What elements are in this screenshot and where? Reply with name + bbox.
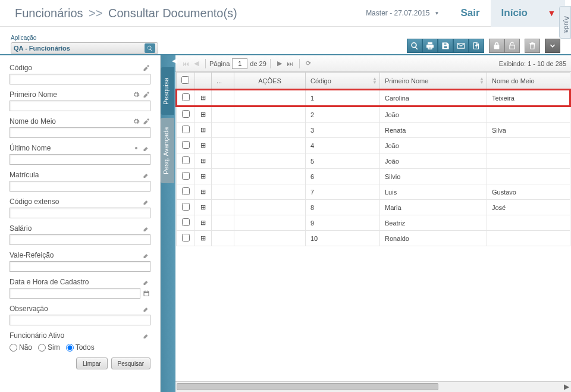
toolbar-email-button[interactable] (453, 39, 469, 53)
radio-nao[interactable]: Não (10, 343, 32, 352)
radio-sim[interactable]: Sim (38, 343, 60, 352)
expand-row-icon[interactable]: ⊞ (195, 215, 212, 231)
expand-row-icon[interactable]: ⊞ (195, 123, 212, 138)
select-all-checkbox[interactable] (181, 76, 189, 84)
codigo-input[interactable] (10, 74, 150, 84)
nome-meio-input[interactable] (10, 127, 150, 138)
row-checkbox[interactable] (182, 156, 190, 164)
row-checkbox[interactable] (182, 93, 190, 101)
pager-refresh-icon[interactable]: ⟳ (304, 59, 313, 68)
row-more (212, 153, 234, 169)
row-checkbox[interactable] (182, 234, 190, 242)
table-row[interactable]: ⊞2João (177, 106, 570, 123)
toolbar-collapse-button[interactable] (545, 39, 560, 53)
toolbar-search-button[interactable] (407, 39, 422, 53)
toolbar-print-button[interactable] (422, 39, 438, 53)
horizontal-scrollbar[interactable]: ◀ ▶ (175, 381, 571, 392)
table-row[interactable]: ⊞6Silvio (177, 169, 570, 184)
clear-icon[interactable] (142, 144, 150, 152)
tab-pesquisa-avancada[interactable]: Pesq. Avançada (161, 118, 174, 183)
toolbar-save-button[interactable] (438, 39, 453, 53)
sort-icon[interactable]: ▲▼ (372, 77, 377, 84)
clear-icon[interactable] (142, 197, 150, 206)
gear-icon[interactable] (132, 90, 140, 99)
help-tab[interactable]: Ajuda (559, 6, 571, 39)
data-cadastro-input[interactable] (10, 288, 140, 299)
radio-todos[interactable]: Todos (66, 343, 95, 352)
clear-icon[interactable] (142, 117, 150, 126)
expand-row-icon[interactable]: ⊞ (195, 138, 212, 153)
column-acoes[interactable]: AÇÕES (234, 73, 306, 90)
table-row[interactable]: ⊞10Ronaldo (177, 231, 570, 246)
column-nome-meio[interactable]: Nome do Meio (487, 73, 570, 90)
app-search-icon[interactable] (145, 43, 155, 53)
row-checkbox[interactable] (182, 110, 190, 118)
collapse-sidebar-icon[interactable]: ◀ (172, 57, 179, 65)
row-checkbox[interactable] (182, 203, 190, 211)
expand-row-icon[interactable]: ⊞ (195, 231, 212, 246)
expand-row-icon[interactable]: ⊞ (195, 200, 212, 215)
row-checkbox[interactable] (182, 126, 190, 133)
primeiro-nome-input[interactable] (10, 101, 150, 111)
cell-primeiro-nome: Renata (380, 123, 487, 138)
clear-icon[interactable] (142, 331, 150, 340)
table-row[interactable]: ⊞5João (177, 153, 570, 169)
toolbar-export-button[interactable] (469, 39, 484, 53)
master-dropdown-icon[interactable]: ▼ (435, 11, 440, 16)
expand-row-icon[interactable]: ⊞ (195, 106, 212, 123)
gear-icon[interactable] (132, 117, 140, 126)
cell-codigo: 9 (306, 215, 380, 231)
clear-icon[interactable] (142, 224, 150, 233)
row-checkbox[interactable] (182, 172, 190, 180)
column-codigo[interactable]: Código▲▼ (306, 73, 380, 90)
logout-button[interactable]: Sair (450, 0, 490, 27)
expand-row-icon[interactable]: ⊞ (195, 153, 212, 169)
clear-icon[interactable] (142, 251, 150, 259)
cell-codigo: 3 (306, 123, 380, 138)
app-selector[interactable]: QA - Funcionários (11, 42, 158, 54)
calendar-icon[interactable] (142, 289, 150, 297)
table-row[interactable]: ⊞4João (177, 138, 570, 153)
clear-icon[interactable] (142, 278, 150, 286)
pager-prev-icon[interactable]: ◀ (192, 59, 201, 68)
ultimo-nome-input[interactable] (10, 154, 150, 165)
clear-button[interactable]: Limpar (76, 357, 108, 369)
expand-row-icon[interactable]: ⊞ (195, 169, 212, 184)
table-row[interactable]: ⊞7LuisGustavo (177, 184, 570, 200)
vale-refeicao-input[interactable] (10, 261, 150, 272)
row-actions (234, 184, 306, 200)
sort-icon[interactable]: ▲▼ (479, 77, 484, 84)
toolbar-lock-button[interactable] (489, 39, 504, 53)
codigo-extenso-input[interactable] (10, 208, 150, 218)
expand-row-icon[interactable]: ⊞ (195, 184, 212, 200)
scroll-thumb[interactable] (177, 383, 438, 390)
pager-last-icon[interactable]: ⏭ (286, 59, 295, 68)
expand-row-icon[interactable]: ⊞ (195, 90, 212, 106)
salario-input[interactable] (10, 234, 150, 245)
clear-icon[interactable] (142, 171, 150, 179)
table-row[interactable]: ⊞8MariaJosé (177, 200, 570, 215)
pager-next-icon[interactable]: ▶ (275, 59, 284, 68)
gear-icon[interactable] (132, 144, 140, 152)
row-checkbox[interactable] (182, 141, 190, 149)
clear-icon[interactable] (142, 90, 150, 99)
observacao-input[interactable] (10, 315, 150, 325)
clear-icon[interactable] (142, 64, 150, 72)
pager-first-icon[interactable]: ⏮ (181, 59, 190, 68)
tab-pesquisa[interactable]: Pesquisa (161, 67, 174, 115)
column-more[interactable]: ... (212, 73, 234, 90)
table-row[interactable]: ⊞9Beatriz (177, 215, 570, 231)
table-row[interactable]: ⊞3RenataSilva (177, 123, 570, 138)
column-primeiro-nome[interactable]: Primeiro Nome▲▼ (380, 73, 487, 90)
row-checkbox[interactable] (182, 187, 190, 195)
home-button[interactable]: Início (491, 0, 538, 27)
search-button[interactable]: Pesquisar (111, 357, 150, 369)
clear-icon[interactable] (142, 305, 150, 313)
row-checkbox[interactable] (182, 218, 190, 226)
scroll-right-icon[interactable]: ▶ (561, 382, 571, 391)
toolbar-unlock-button[interactable] (504, 39, 520, 53)
table-row[interactable]: ⊞1CarolinaTeixeira (177, 90, 570, 106)
toolbar-delete-button[interactable] (525, 39, 540, 53)
pager-page-input[interactable] (232, 58, 247, 69)
matricula-input[interactable] (10, 181, 150, 192)
